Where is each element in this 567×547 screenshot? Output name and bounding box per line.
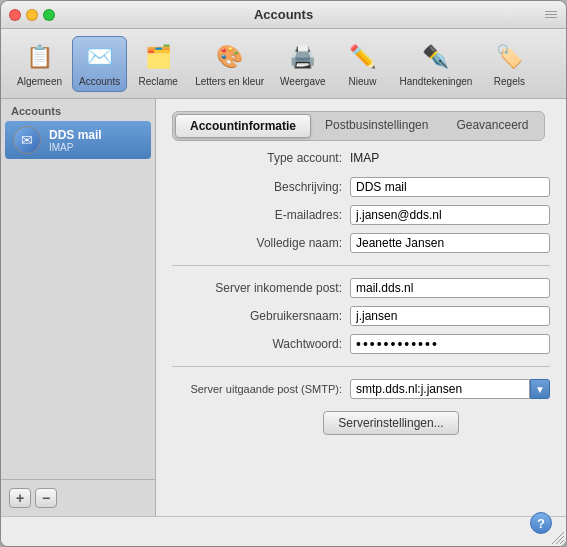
regels-icon: 🏷️ [493, 41, 525, 73]
svg-line-2 [560, 540, 564, 544]
algemeen-icon: 📋 [24, 41, 56, 73]
sidebar-item-dds-mail[interactable]: ✉ DDS mail IMAP [5, 121, 151, 159]
tab-accountinfo[interactable]: Accountinformatie [175, 114, 311, 138]
reclame-icon: 🗂️ [142, 41, 174, 73]
toolbar-item-handtekeningen[interactable]: ✒️ Handtekeningen [394, 37, 479, 91]
sidebar: Accounts ✉ DDS mail IMAP + − [1, 99, 156, 516]
sidebar-spacer [1, 159, 155, 479]
type-row: Type account: IMAP [172, 151, 550, 165]
resize-control[interactable] [544, 8, 558, 22]
type-value: IMAP [350, 151, 379, 165]
sidebar-footer: + − [1, 479, 155, 516]
gebruiker-row: Gebruikersnaam: [172, 306, 550, 326]
divider-1 [172, 265, 550, 266]
smtp-select: ▼ [350, 379, 550, 399]
type-label: Type account: [172, 151, 342, 165]
server-btn-row: Serverinstellingen... [232, 407, 550, 435]
wachtwoord-label: Wachtwoord: [172, 337, 342, 351]
naam-input[interactable] [350, 233, 550, 253]
tab-geavanceerd[interactable]: Geavanceerd [442, 114, 542, 138]
add-account-button[interactable]: + [9, 488, 31, 508]
toolbar-item-algemeen[interactable]: 📋 Algemeen [11, 37, 68, 91]
toolbar-label-reclame: Reclame [138, 76, 177, 87]
email-input[interactable] [350, 205, 550, 225]
detail-panel: Accountinformatie Postbusinstellingen Ge… [156, 99, 566, 516]
resize-icon [545, 11, 557, 19]
naam-label: Volledige naam: [172, 236, 342, 250]
toolbar-label-regels: Regels [494, 76, 525, 87]
server-out-row: Server uitgaande post (SMTP): ▼ [172, 379, 550, 399]
window-title: Accounts [254, 7, 313, 22]
toolbar-label-accounts: Accounts [79, 76, 120, 87]
toolbar-label-algemeen: Algemeen [17, 76, 62, 87]
window-resize-grip[interactable] [552, 532, 564, 544]
divider-2 [172, 366, 550, 367]
toolbar: 📋 Algemeen ✉️ Accounts 🗂️ Reclame 🎨 Lett… [1, 29, 566, 99]
sidebar-item-icon: ✉ [13, 126, 41, 154]
svg-line-1 [556, 536, 564, 544]
traffic-lights [9, 9, 55, 21]
toolbar-item-regels[interactable]: 🏷️ Regels [482, 37, 536, 91]
gebruiker-label: Gebruikersnaam: [172, 309, 342, 323]
sidebar-item-subname: IMAP [49, 142, 102, 153]
tabs-container: Accountinformatie Postbusinstellingen Ge… [172, 111, 545, 141]
accounts-icon: ✉️ [84, 41, 116, 73]
nieuw-icon: ✏️ [347, 41, 379, 73]
toolbar-item-letters[interactable]: 🎨 Letters en kleur [189, 37, 270, 91]
sidebar-header: Accounts [1, 99, 155, 121]
weergave-icon: 🖨️ [287, 41, 319, 73]
naam-row: Volledige naam: [172, 233, 550, 253]
beschrijving-label: Beschrijving: [172, 180, 342, 194]
server-in-input[interactable] [350, 278, 550, 298]
titlebar: Accounts [1, 1, 566, 29]
server-out-label: Server uitgaande post (SMTP): [172, 383, 342, 395]
main-content: Accounts ✉ DDS mail IMAP + − Accountinfo… [1, 99, 566, 516]
main-window: Accounts 📋 Algemeen ✉️ Accounts 🗂️ Recla… [0, 0, 567, 547]
handtekeningen-icon: ✒️ [420, 41, 452, 73]
minimize-button[interactable] [26, 9, 38, 21]
close-button[interactable] [9, 9, 21, 21]
email-row: E-mailadres: [172, 205, 550, 225]
sidebar-item-text: DDS mail IMAP [49, 128, 102, 153]
remove-account-button[interactable]: − [35, 488, 57, 508]
email-label: E-mailadres: [172, 208, 342, 222]
beschrijving-input[interactable] [350, 177, 550, 197]
server-in-label: Server inkomende post: [172, 281, 342, 295]
bottom-bar: ? [1, 516, 566, 546]
server-in-row: Server inkomende post: [172, 278, 550, 298]
letters-icon: 🎨 [214, 41, 246, 73]
gebruiker-input[interactable] [350, 306, 550, 326]
form-section: Type account: IMAP Beschrijving: E-maila… [172, 151, 550, 435]
toolbar-label-handtekeningen: Handtekeningen [400, 76, 473, 87]
tab-postbus[interactable]: Postbusinstellingen [311, 114, 442, 138]
toolbar-item-accounts[interactable]: ✉️ Accounts [72, 36, 127, 92]
smtp-dropdown-button[interactable]: ▼ [530, 379, 550, 399]
toolbar-item-nieuw[interactable]: ✏️ Nieuw [336, 37, 390, 91]
help-button[interactable]: ? [530, 512, 552, 534]
toolbar-label-nieuw: Nieuw [349, 76, 377, 87]
toolbar-item-reclame[interactable]: 🗂️ Reclame [131, 37, 185, 91]
wachtwoord-row: Wachtwoord: [172, 334, 550, 354]
wachtwoord-input[interactable] [350, 334, 550, 354]
maximize-button[interactable] [43, 9, 55, 21]
smtp-input[interactable] [350, 379, 530, 399]
sidebar-item-name: DDS mail [49, 128, 102, 142]
toolbar-item-weergave[interactable]: 🖨️ Weergave [274, 37, 331, 91]
toolbar-label-weergave: Weergave [280, 76, 325, 87]
toolbar-label-letters: Letters en kleur [195, 76, 264, 87]
beschrijving-row: Beschrijving: [172, 177, 550, 197]
server-instellingen-button[interactable]: Serverinstellingen... [323, 411, 458, 435]
